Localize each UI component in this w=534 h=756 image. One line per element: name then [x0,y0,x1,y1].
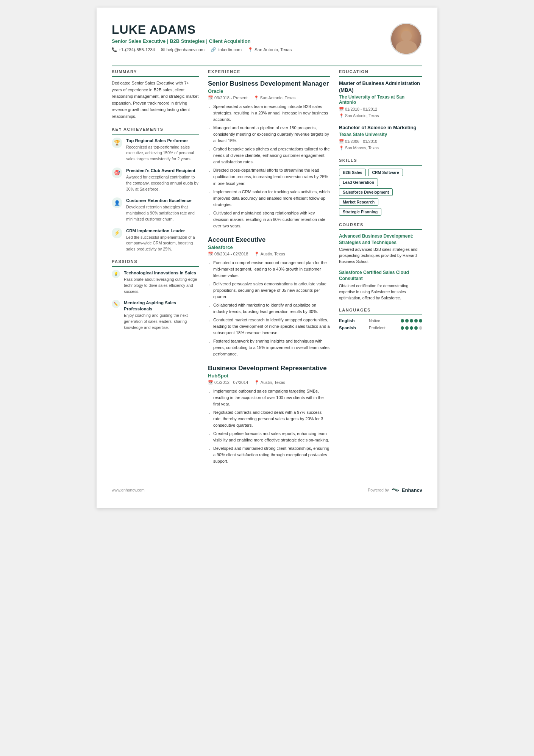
course-desc: Obtained certification for demonstrating… [339,283,422,301]
skill-tag: Strategic Planning [339,208,381,216]
achievement-item: 👤 Customer Retention Excellence Develope… [112,197,199,222]
job-bullets: Implemented outbound sales campaigns tar… [208,388,330,465]
bullet: Collaborated with marketing to identify … [208,302,330,315]
job-block: Business Development Representative HubS… [208,365,330,465]
achievements-section-title: KEY ACHIEVEMENTS [112,127,199,131]
language-dot [419,326,422,330]
achievement-item: ⚡ CRM Implementation Leader Led the succ… [112,228,199,252]
language-row: Spanish Proficient [339,326,422,330]
passions-divider [112,266,199,267]
profile-photo [390,23,422,55]
job-bullets: Executed a comprehensive account managem… [208,260,330,358]
achievement-desc: Led the successful implementation of a c… [126,235,199,252]
achievement-title: Top Regional Sales Performer [126,138,199,144]
passions-section-title: PASSIONS [112,259,199,264]
edu-meta: 📅 01/2006 - 01/2010📍 San Marcos, Texas [339,138,422,151]
languages-section-title: LANGUAGES [339,308,422,312]
skill-tag: CRM Software [368,169,403,176]
passion-title: Technological Innovations in Sales [124,270,199,276]
language-level: Native [369,318,392,323]
bullet: Delivered persuasive sales demonstration… [208,281,330,300]
achievements-list: 🏆 Top Regional Sales Performer Recognize… [112,138,199,252]
job-block: Senior Business Development Manager Orac… [208,80,330,229]
achievement-icon: ⚡ [112,228,122,238]
candidate-name: LUKE ADAMS [112,23,292,37]
language-dot [410,326,413,330]
language-dot [401,319,404,322]
language-dots [401,319,422,322]
passions-list: 💡 Technological Innovations in Sales Pas… [112,270,199,331]
job-title: Senior Business Development Manager [208,80,330,88]
experience-divider [208,76,330,77]
courses-list: Advanced Business Development: Strategie… [339,233,422,301]
edu-meta: 📅 01/2010 - 01/2012📍 San Antonio, Texas [339,106,422,119]
summary-divider [112,76,199,77]
job-meta: 📅 03/2018 - Present 📍 San Antonio, Texas [208,95,330,100]
skill-tag: Lead Generation [339,178,378,186]
photo-placeholder [391,24,421,54]
language-name: Spanish [339,326,360,330]
bullet: Conducted market research to identify un… [208,317,330,336]
course-title: Salesforce Certified Sales Cloud Consult… [339,269,422,282]
job-location: 📍 Austin, Texas [254,380,285,385]
education-block: Master of Business Administration (MBA) … [339,80,422,119]
language-dot [410,319,413,322]
passion-icon: ✏️ [112,300,120,308]
job-company: Oracle [208,88,330,94]
passion-content: Technological Innovations in Sales Passi… [124,270,199,294]
powered-by-text: Powered by [368,488,389,492]
education-block: Bachelor of Science in Marketing Texas S… [339,124,422,151]
brand-name: Enhancv [402,487,422,493]
language-name: English [339,318,360,323]
achievements-divider [112,134,199,135]
language-dots [401,326,422,330]
skill-tag: Salesforce Development [339,188,393,196]
job-title: Business Development Representative [208,365,330,372]
right-column: EDUCATION Master of Business Administrat… [339,69,422,471]
skills-section-title: SKILLS [339,158,422,163]
bullet: Implemented a CRM solution for tracking … [208,189,330,208]
footer-url: www.enhancv.com [112,488,145,492]
job-bullets: Spearheaded a sales team in executing in… [208,103,330,229]
passion-item: ✏️ Mentoring Aspiring Sales Professional… [112,300,199,330]
job-title: Account Executive [208,236,330,244]
passion-content: Mentoring Aspiring Sales Professionals E… [124,300,199,330]
contact-info: 📞 +1-(234)-555-1234 ✉ help@enhancv.com 🔗… [112,47,292,52]
passion-item: 💡 Technological Innovations in Sales Pas… [112,270,199,294]
location-info: 📍 San Antonio, Texas [248,47,292,52]
language-dot [414,319,418,322]
linkedin-url: linkedin.com [217,47,242,52]
degree-title: Master of Business Administration (MBA) [339,80,422,94]
job-meta: 📅 08/2014 - 02/2018 📍 Austin, Texas [208,252,330,257]
skill-tag: Market Research [339,198,378,206]
main-content: SUMMARY Dedicated Senior Sales Executive… [112,69,422,471]
language-dot [419,319,422,322]
job-company: Salesforce [208,244,330,250]
course-block: Salesforce Certified Sales Cloud Consult… [339,269,422,301]
middle-column: EXPERIENCE Senior Business Development M… [208,69,330,471]
languages-divider [339,315,422,315]
job-date: 📅 03/2018 - Present [208,95,248,100]
location-text: San Antonio, Texas [255,47,292,52]
phone-number: +1-(234)-555-1234 [119,47,155,52]
skills-divider [339,165,422,166]
footer: www.enhancv.com Powered by Enhancv [112,483,422,493]
achievement-item: 🏆 Top Regional Sales Performer Recognize… [112,138,199,162]
language-dot [401,326,404,330]
languages-list: English Native Spanish Proficient [339,318,422,330]
courses-divider [339,229,422,230]
achievement-desc: Recognized as top-performing sales execu… [126,144,199,162]
bullet: Fostered teamwork by sharing insights an… [208,338,330,357]
summary-section-title: SUMMARY [112,69,199,74]
achievement-item: 🎯 President's Club Award Recipient Award… [112,167,199,192]
skills-container: B2B SalesCRM SoftwareLead GenerationSale… [339,169,422,216]
bullet: Cultivated and maintained strong relatio… [208,210,330,229]
phone-info: 📞 +1-(234)-555-1234 [112,47,155,52]
email-icon: ✉ [161,47,165,52]
language-dot [405,326,409,330]
achievement-icon: 🏆 [112,138,122,148]
education-list: Master of Business Administration (MBA) … [339,80,422,151]
job-company: HubSpot [208,373,330,379]
email-info: ✉ help@enhancv.com [161,47,205,52]
resume-container: LUKE ADAMS Senior Sales Executive | B2B … [97,8,437,508]
